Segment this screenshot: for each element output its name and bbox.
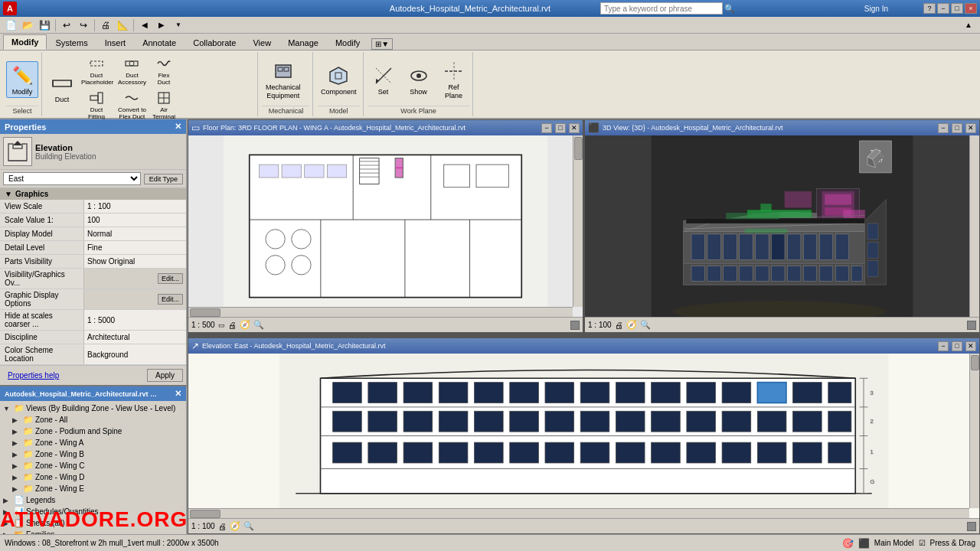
threed-min[interactable]: − <box>938 123 949 133</box>
floor-plan-content[interactable]: ← WING A 3RD FLOOR → <box>188 135 583 317</box>
properties-close-btn[interactable]: ✕ <box>175 122 181 132</box>
elevation-content[interactable]: 3 2 1 G <box>188 354 979 518</box>
apply-button[interactable]: Apply <box>147 369 183 382</box>
floor-plan-nav-icon[interactable]: 🧭 <box>240 320 250 330</box>
floor-plan-scrollbar-h[interactable] <box>188 307 573 317</box>
duct-fitting-btn[interactable]: DuctFitting <box>79 88 114 122</box>
tree-item-views[interactable]: ▼ 📁 Views (By Building Zone - View Use -… <box>2 403 185 414</box>
prop-value-hide-scales[interactable]: 1 : 5000 <box>84 310 186 330</box>
set-btn[interactable]: Set <box>368 61 399 99</box>
measure-btn[interactable]: 📐 <box>115 18 130 32</box>
elevation-print-icon[interactable]: 🖨 <box>218 522 227 531</box>
ref-plane-btn[interactable]: RefPlane <box>439 57 469 103</box>
floor-plan-max[interactable]: □ <box>555 123 566 133</box>
duct-placeholder-btn[interactable]: DuctPlaceholder <box>79 54 114 87</box>
maximize-btn[interactable]: □ <box>951 3 963 14</box>
threed-max[interactable]: □ <box>952 123 962 133</box>
threed-zoom-icon[interactable]: 🔍 <box>640 320 651 330</box>
elevation-close[interactable]: ✕ <box>965 341 976 351</box>
tree-item-podium[interactable]: ▶ 📁 Zone - Podium and Spine <box>2 425 185 437</box>
qa-dropdown[interactable]: ▼ <box>171 18 186 32</box>
graphics-section-header[interactable]: ▼ Graphics <box>0 188 186 200</box>
help-btn[interactable]: ? <box>923 3 936 14</box>
tree-item-wing-b[interactable]: ▶ 📁 Zone - Wing B <box>2 448 185 460</box>
floor-plan-print-icon[interactable]: 🖨 <box>228 321 237 330</box>
new-btn[interactable]: 📄 <box>3 18 18 32</box>
convert-flex-btn[interactable]: Convert toFlex Duct <box>116 88 149 122</box>
elevation-scroll-thumb-v[interactable] <box>971 355 979 370</box>
undo-btn[interactable]: ↩ <box>59 18 74 32</box>
minimize-btn[interactable]: − <box>937 3 949 14</box>
tab-modify2[interactable]: Modify <box>327 35 368 50</box>
project-browser-close[interactable]: ✕ <box>175 389 181 399</box>
redo-btn[interactable]: ↪ <box>76 18 91 32</box>
graphic-display-edit-btn[interactable]: Edit... <box>158 294 183 305</box>
tab-modify[interactable]: Modify <box>3 34 47 50</box>
prop-value-view-scale[interactable]: 1 : 100 <box>84 200 186 213</box>
search-icon[interactable]: 🔍 <box>724 4 735 14</box>
elevation-dropdown[interactable]: East <box>3 172 141 185</box>
elevation-scrollbar-h[interactable] <box>188 508 969 518</box>
status-control-icon[interactable]: 🎯 <box>842 538 854 549</box>
save-btn[interactable]: 💾 <box>37 18 52 32</box>
tab-collaborate[interactable]: Collaborate <box>185 35 244 50</box>
prop-value-detail-level[interactable]: Fine <box>84 241 186 254</box>
show-btn[interactable]: Show <box>403 61 434 99</box>
elevation-scrollbar-v[interactable] <box>969 354 979 508</box>
duct-btn[interactable]: Duct <box>47 69 77 106</box>
prop-value-display-model[interactable]: Normal <box>84 227 186 240</box>
forward-btn[interactable]: ▶ <box>154 18 169 32</box>
tree-item-zone-all[interactable]: ▶ 📁 Zone - All <box>2 414 185 425</box>
open-btn[interactable]: 📂 <box>20 18 35 32</box>
close-btn[interactable]: × <box>965 3 977 14</box>
threed-close[interactable]: ✕ <box>965 123 976 133</box>
tree-item-wing-e[interactable]: ▶ 📁 Zone - Wing E <box>2 483 185 494</box>
flex-duct-btn[interactable]: FlexDuct <box>150 54 178 87</box>
back-btn[interactable]: ◀ <box>137 18 152 32</box>
tab-annotate[interactable]: Annotate <box>134 35 185 50</box>
prop-value-parts-visibility[interactable]: Show Original <box>84 255 186 268</box>
tab-insert[interactable]: Insert <box>96 35 135 50</box>
floor-plan-close[interactable]: ✕ <box>569 123 580 133</box>
search-input[interactable] <box>600 2 723 15</box>
tree-item-wing-a[interactable]: ▶ 📁 Zone - Wing A <box>2 437 185 448</box>
floor-plan-scrollbar-v[interactable] <box>573 135 583 307</box>
status-model-icon[interactable]: ⬛ <box>858 538 870 549</box>
elevation-min[interactable]: − <box>938 341 949 351</box>
prop-value-discipline[interactable]: Architectural <box>84 331 186 344</box>
prop-value-scale-value[interactable]: 100 <box>84 214 186 227</box>
elevation-nav-icon[interactable]: 🧭 <box>230 521 240 531</box>
tab-extra[interactable]: ⊞▼ <box>371 38 393 50</box>
floor-plan-min[interactable]: − <box>541 123 552 133</box>
edit-type-button[interactable]: Edit Type <box>144 174 183 184</box>
elevation-scroll-thumb-h[interactable] <box>190 510 220 518</box>
status-checkbox[interactable]: ☑ <box>919 539 926 547</box>
floor-plan-scroll-thumb-h[interactable] <box>190 308 220 317</box>
print-btn[interactable]: 🖨 <box>98 18 113 32</box>
tab-systems[interactable]: Systems <box>47 35 96 50</box>
expand-btn[interactable]: ▲ <box>960 19 977 31</box>
tree-item-legends[interactable]: ▶ 📄 Legends <box>2 494 185 506</box>
mechanical-equipment-btn[interactable]: MechanicalEquipment <box>263 57 304 103</box>
duct-accessory-btn[interactable]: DuctAccessory <box>116 54 149 87</box>
air-terminal-btn[interactable]: AirTerminal <box>150 88 178 122</box>
floor-plan-scroll-thumb-v[interactable] <box>574 137 583 160</box>
threed-scrollbar-v[interactable] <box>969 135 979 317</box>
threed-print-icon[interactable]: 🖨 <box>615 321 623 330</box>
tab-view[interactable]: View <box>244 35 279 50</box>
elevation-zoom-icon[interactable]: 🔍 <box>243 521 254 531</box>
floor-plan-zoom-icon[interactable]: 🔍 <box>253 320 264 330</box>
component-btn[interactable]: Component <box>318 61 360 99</box>
sign-in-btn[interactable]: Sign In <box>864 5 888 13</box>
threed-content[interactable]: TOP FRONT <box>585 135 979 317</box>
threed-nav-icon[interactable]: 🧭 <box>626 320 637 330</box>
properties-help-link[interactable]: Properties help <box>3 370 64 381</box>
tab-manage[interactable]: Manage <box>279 35 327 50</box>
elevation-max[interactable]: □ <box>952 341 962 351</box>
floor-plan-scale-btn[interactable]: ▭ <box>218 321 225 329</box>
prop-value-color-scheme[interactable]: Background <box>84 344 186 364</box>
modify-btn[interactable]: ✏️ Modify <box>6 61 38 99</box>
tree-item-wing-c[interactable]: ▶ 📁 Zone - Wing C <box>2 460 185 471</box>
visibility-edit-btn[interactable]: Edit... <box>158 273 183 284</box>
tree-item-wing-d[interactable]: ▶ 📁 Zone - Wing D <box>2 471 185 483</box>
